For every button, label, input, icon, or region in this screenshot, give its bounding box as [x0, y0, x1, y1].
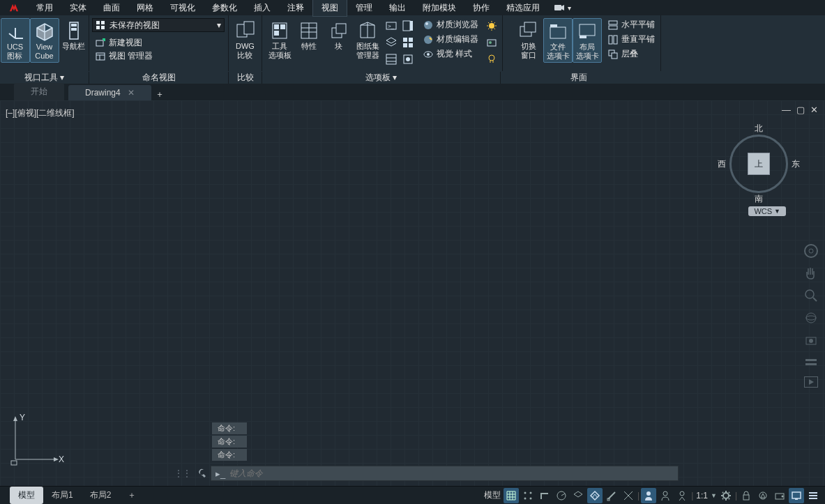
menu-manage[interactable]: 管理 [347, 0, 381, 16]
app-logo-icon[interactable] [0, 0, 28, 15]
add-layout-button[interactable]: ＋ [119, 487, 144, 504]
wcs-badge[interactable]: WCS ▼ [748, 206, 786, 216]
model-indicator[interactable]: 模型 [483, 489, 502, 501]
cascade-button[interactable]: 层叠 [605, 47, 658, 61]
chevron-down-icon: ▼ [774, 208, 780, 215]
count-small-button[interactable] [400, 35, 416, 50]
tile-vertical-button[interactable]: 垂直平铺 [605, 33, 658, 46]
zoom-extent-icon[interactable] [803, 287, 819, 304]
showmotion-icon[interactable] [803, 332, 819, 349]
render-button[interactable] [484, 35, 499, 50]
cmdline-toggle-button[interactable]: >_ [384, 18, 399, 33]
svg-rect-69 [607, 498, 610, 501]
person-a-button[interactable] [641, 488, 656, 503]
steering-wheel-icon[interactable] [803, 243, 819, 259]
extra1-button[interactable] [384, 52, 399, 67]
sun-button[interactable] [484, 18, 499, 33]
ortho-toggle[interactable] [537, 488, 552, 503]
new-tab-button[interactable]: ＋ [156, 89, 164, 100]
navbar-button[interactable]: 导航栏 [59, 18, 89, 52]
drag-handle-icon[interactable]: ⋮⋮ [174, 468, 191, 478]
menu-addon[interactable]: 附加模块 [414, 0, 464, 16]
material-editor-button[interactable]: 材质编辑器 [420, 33, 481, 46]
polar-toggle[interactable] [554, 488, 569, 503]
menu-parametric[interactable]: 参数化 [204, 0, 245, 16]
menu-mesh[interactable]: 网格 [128, 0, 162, 16]
visual-style-button[interactable]: 视觉 样式 [420, 47, 481, 61]
hw-accel-icon[interactable] [772, 488, 787, 503]
pan-icon[interactable] [803, 265, 819, 282]
person-b-button[interactable] [658, 488, 673, 503]
minimize-icon[interactable]: — [782, 105, 791, 115]
menu-output[interactable]: 输出 [381, 0, 414, 16]
svg-text:X: X [59, 455, 64, 464]
close-icon[interactable]: ✕ [128, 88, 135, 98]
drawing-tab[interactable]: Drawing4 ✕ [68, 85, 151, 100]
drawing-tab-label: Drawing4 [85, 88, 121, 98]
model-tab[interactable]: 模型 [10, 487, 43, 504]
menu-visualize[interactable]: 可视化 [162, 0, 204, 16]
menu-view[interactable]: 视图 [312, 0, 347, 17]
tool-palette-button[interactable]: 工具 选项板 [265, 18, 294, 61]
layout1-tab[interactable]: 布局1 [43, 487, 82, 504]
viewport-label[interactable]: [–][俯视][二维线框] [6, 107, 75, 119]
snap-toggle[interactable] [520, 488, 536, 503]
new-view-button[interactable]: + 新建视图 [92, 36, 145, 49]
menu-annotate[interactable]: 注释 [279, 0, 312, 16]
extra2-button[interactable] [400, 52, 416, 67]
navigation-bar [801, 238, 821, 392]
menu-surface[interactable]: 曲面 [95, 0, 128, 16]
layout-tab-button[interactable]: 布局 选项卡 [573, 18, 602, 63]
ucs-icon-button[interactable]: UCS 图标 [1, 18, 30, 63]
menu-camera-dropdown[interactable]: ▾ [554, 3, 571, 12]
viewport-tools-panel-label[interactable]: 视口工具 ▾ [0, 72, 89, 84]
blocks-button[interactable]: 块 [324, 18, 353, 52]
palettes-panel-label[interactable]: 选项板 ▾ [262, 72, 501, 84]
sheetset-button[interactable]: 图纸集 管理器 [353, 18, 382, 61]
dwg-compare-button[interactable]: DWG 比较 [230, 18, 261, 61]
properties-button[interactable]: 特性 [294, 18, 324, 52]
close-icon[interactable]: ✕ [810, 105, 818, 115]
customize-status-icon[interactable] [805, 488, 821, 503]
layout2-tab[interactable]: 布局2 [82, 487, 120, 504]
isolate-obj-icon[interactable] [755, 488, 771, 503]
gear-icon[interactable] [718, 488, 734, 503]
chevron-down-icon[interactable]: ▼ [711, 492, 717, 499]
switch-window-button[interactable]: 切换 窗口 [514, 18, 543, 61]
compass-ring-icon[interactable] [729, 135, 788, 193]
svg-rect-45 [580, 36, 586, 38]
clean-screen-icon[interactable] [789, 488, 804, 503]
viewcube-widget[interactable]: 北 南 东 西 上 [720, 125, 797, 202]
play-icon[interactable] [804, 376, 818, 388]
osnap-toggle[interactable] [587, 488, 603, 503]
saved-view-dropdown[interactable]: 未保存的视图 ▾ [92, 18, 225, 32]
menu-featured[interactable]: 精选应用 [498, 0, 548, 16]
view-manager-button[interactable]: 视图 管理器 [92, 49, 156, 63]
menu-collab[interactable]: 协作 [464, 0, 498, 16]
palette-small-button[interactable] [400, 18, 416, 33]
viewcube-button[interactable]: View Cube [30, 18, 59, 63]
orbit-icon[interactable] [803, 310, 819, 326]
person-c-button[interactable] [674, 488, 690, 503]
light-button[interactable] [484, 52, 499, 67]
otrack-toggle[interactable] [621, 488, 636, 503]
scale-display[interactable]: 1:1 [695, 491, 709, 501]
tile-horizontal-button[interactable]: 水平平铺 [605, 18, 658, 31]
iso-toggle[interactable] [570, 488, 586, 503]
command-input-wrap[interactable]: ▸_ [211, 466, 679, 481]
menu-solid[interactable]: 实体 [61, 0, 95, 16]
layers-small-button[interactable] [384, 35, 399, 50]
grid-toggle[interactable] [504, 488, 519, 503]
menu-insert[interactable]: 插入 [245, 0, 279, 16]
command-input[interactable] [229, 468, 674, 478]
menu-common[interactable]: 常用 [28, 0, 61, 16]
nav-expand-icon[interactable] [803, 354, 819, 371]
restore-icon[interactable]: ▢ [796, 105, 805, 115]
material-browser-button[interactable]: 材质浏览器 [420, 18, 481, 31]
start-tab[interactable]: 开始 [14, 83, 64, 100]
file-tab-button[interactable]: 文件 选项卡 [543, 18, 573, 63]
customize-icon[interactable] [195, 467, 206, 480]
3dosnap-toggle[interactable] [604, 488, 619, 503]
lock-ui-icon[interactable] [739, 488, 754, 503]
drawing-canvas[interactable]: [–][俯视][二维线框] — ▢ ✕ 北 南 东 西 上 WCS ▼ Y X … [0, 100, 825, 486]
